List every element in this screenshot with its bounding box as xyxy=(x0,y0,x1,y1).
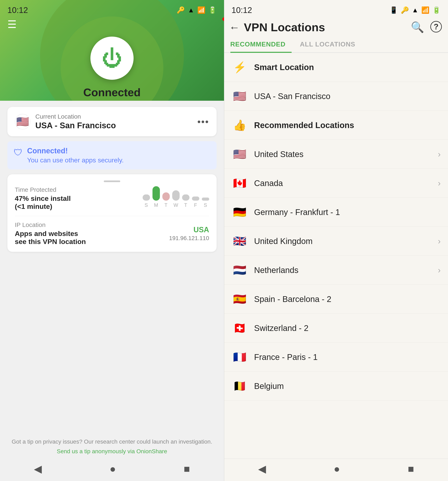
bar-day: S xyxy=(202,197,209,208)
list-item[interactable]: 🇳🇱Netherlands› xyxy=(224,256,448,285)
ip-country: USA xyxy=(169,225,209,234)
bar-label: M xyxy=(154,202,158,208)
bar-label: S xyxy=(204,202,207,208)
list-item[interactable]: 🇺🇸United States› xyxy=(224,140,448,169)
header-title: VPN Locations xyxy=(244,21,407,34)
wifi-icon-right: ▲ xyxy=(412,6,418,14)
home-nav-left[interactable]: ● xyxy=(110,463,116,475)
bar-label: T xyxy=(164,202,167,208)
bar-rect xyxy=(143,195,150,201)
list-item[interactable]: 🇨🇦Canada› xyxy=(224,169,448,198)
bar-rect xyxy=(162,192,170,201)
flag-icon: 🇩🇪 xyxy=(231,204,248,220)
special-icon: ⚡ xyxy=(231,59,248,75)
bar-rect xyxy=(182,195,189,201)
left-panel: 10:12 🔑 ▲ 📶 🔋 ☰ ⏻ Connected 🇺🇸 Current L… xyxy=(0,0,224,481)
bar-rect xyxy=(172,190,179,201)
time-right: 10:12 xyxy=(231,6,252,15)
item-label: Recommended Locations xyxy=(254,121,441,130)
header-icons: 🔍 ? xyxy=(411,21,442,33)
location-left: 🇺🇸 Current Location USA - San Francisco xyxy=(15,113,116,130)
item-label: USA - San Francisco xyxy=(254,92,441,101)
locations-list: ⚡Smart Location🇺🇸USA - San Francisco👍Rec… xyxy=(224,53,448,458)
tab-recommended[interactable]: RECOMMENDED xyxy=(230,37,292,53)
item-label: Netherlands xyxy=(254,266,438,275)
flag-icon: 🇫🇷 xyxy=(231,349,248,365)
special-icon: 👍 xyxy=(231,117,248,133)
ip-location-label: IP Location xyxy=(15,221,86,228)
tab-all-locations[interactable]: ALL LOCATIONS xyxy=(300,37,361,53)
list-item[interactable]: 🇩🇪Germany - Frankfurt - 1 xyxy=(224,198,448,227)
ip-description: Apps and websitessee this VPN location xyxy=(15,230,86,246)
item-label: France - Paris - 1 xyxy=(254,353,441,362)
bar-label: F xyxy=(194,202,197,208)
item-label: Switzerland - 2 xyxy=(254,323,441,333)
time-protected-section: Time Protected 47% since install(<1 minu… xyxy=(15,186,209,216)
bar-label: T xyxy=(184,202,187,208)
time-left: 10:12 xyxy=(7,6,28,15)
bar-day: T xyxy=(162,192,170,208)
flag-icon: 🇪🇸 xyxy=(231,291,248,307)
item-label: Belgium xyxy=(254,382,441,391)
power-button[interactable]: ⏻ xyxy=(90,37,134,80)
item-label: United States xyxy=(254,150,438,159)
power-icon: ⏻ xyxy=(102,48,122,68)
ip-section: IP Location Apps and websitessee this VP… xyxy=(15,221,209,246)
menu-button[interactable]: ☰ xyxy=(7,18,224,30)
recents-nav-right[interactable]: ■ xyxy=(408,463,414,475)
status-icons-right: 📱 🔑 ▲ 📶 🔋 xyxy=(390,6,441,14)
list-item[interactable]: 🇬🇧United Kingdom› xyxy=(224,227,448,256)
signal-icon-right: 📶 xyxy=(421,6,430,14)
tip-text: Got a tip on privacy issues? Our researc… xyxy=(7,431,217,448)
back-nav-left[interactable]: ◀ xyxy=(34,463,42,475)
ip-value-group: USA 191.96.121.110 xyxy=(169,225,209,241)
list-item[interactable]: 👍Recommended Locations xyxy=(224,111,448,140)
list-item[interactable]: 🇪🇸Spain - Barcelona - 2 xyxy=(224,285,448,314)
current-location-label: Current Location xyxy=(35,113,116,120)
connected-banner: 🛡 Connected! You can use other apps secu… xyxy=(7,141,217,169)
battery-icon-left: 🔋 xyxy=(208,6,217,14)
chevron-icon: › xyxy=(438,237,441,246)
list-item[interactable]: 🇫🇷France - Paris - 1 xyxy=(224,343,448,372)
bar-label: W xyxy=(173,202,178,208)
back-nav-right[interactable]: ◀ xyxy=(258,463,266,475)
stats-card: Time Protected 47% since install(<1 minu… xyxy=(7,174,217,252)
help-icon[interactable]: ? xyxy=(430,21,442,32)
bar-rect xyxy=(152,186,160,201)
flag-icon: 🇺🇸 xyxy=(231,88,248,105)
more-options-button[interactable]: ••• xyxy=(197,116,209,127)
list-item[interactable]: 🇧🇪Belgium xyxy=(224,372,448,401)
item-label: Canada xyxy=(254,179,438,188)
item-label: Smart Location xyxy=(254,63,441,72)
home-nav-right[interactable]: ● xyxy=(334,463,340,475)
time-protected-label: Time Protected xyxy=(15,186,71,193)
recents-nav-left[interactable]: ■ xyxy=(184,463,190,475)
tip-link[interactable]: Send us a tip anonymously via OnionShare xyxy=(7,448,217,455)
location-card[interactable]: 🇺🇸 Current Location USA - San Francisco … xyxy=(7,107,217,136)
hamburger-icon[interactable]: ☰ xyxy=(7,18,224,30)
flag-icon: 🇺🇸 xyxy=(231,146,248,162)
tabs-bar: RECOMMENDEDALL LOCATIONS xyxy=(224,37,448,53)
search-icon[interactable]: 🔍 xyxy=(411,21,424,33)
list-item[interactable]: 🇺🇸USA - San Francisco xyxy=(224,82,448,111)
flag-icon: 🇬🇧 xyxy=(231,233,248,249)
bar-day: M xyxy=(152,186,160,208)
bar-chart: SMTWTFS xyxy=(143,186,209,208)
time-protected-value: 47% since install(<1 minute) xyxy=(15,195,71,210)
phone-icon-right: 📱 xyxy=(390,6,398,14)
item-label: United Kingdom xyxy=(254,237,438,246)
flag-icon: 🇳🇱 xyxy=(231,262,248,278)
shield-icon: 🛡 xyxy=(14,147,22,158)
nav-bar-right: ◀ ● ■ xyxy=(224,458,448,481)
flag-icon: 🇧🇪 xyxy=(231,378,248,394)
bar-day: F xyxy=(192,196,199,208)
list-item[interactable]: ⚡Smart Location xyxy=(224,53,448,82)
item-label: Spain - Barcelona - 2 xyxy=(254,294,441,304)
drag-handle xyxy=(104,180,120,182)
signal-icon-left: 📶 xyxy=(197,6,206,14)
list-item[interactable]: 🇨🇭Switzerland - 2 xyxy=(224,314,448,343)
bar-rect xyxy=(192,196,199,201)
back-button[interactable]: ← xyxy=(229,21,240,33)
nav-bar-left: ◀ ● ■ xyxy=(0,459,224,481)
flag-icon: 🇨🇦 xyxy=(231,175,248,191)
